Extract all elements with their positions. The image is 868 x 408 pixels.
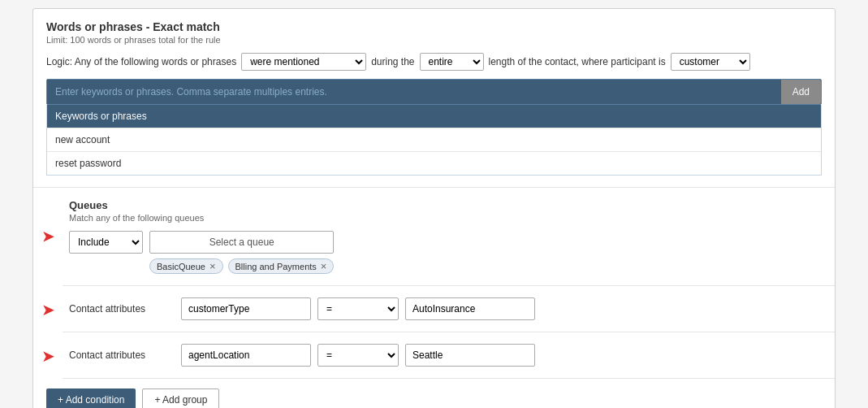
logic-dropdown-mentioned[interactable]: were mentioned were not mentioned xyxy=(241,53,366,71)
contact-attributes-section-1: Contact attributes = != > < xyxy=(63,286,835,332)
logic-dropdown-duration[interactable]: entire first last xyxy=(420,53,484,71)
queue-tag-remove-2[interactable]: × xyxy=(321,261,327,271)
keyword-input-row: Add xyxy=(46,79,822,105)
keyword-row-1: new account xyxy=(47,128,821,151)
contact-attr-name-input-2[interactable] xyxy=(181,344,311,367)
contact-attr-label-2: Contact attributes xyxy=(69,349,175,361)
keyword-text-1: new account xyxy=(55,134,110,145)
keywords-table: Keywords or phrases new account reset pa… xyxy=(46,105,822,176)
keyword-text-2: reset password xyxy=(55,158,121,169)
bottom-bar: + Add condition + Add group xyxy=(33,379,835,408)
add-keyword-button[interactable]: Add xyxy=(781,80,821,104)
keyword-input[interactable] xyxy=(47,80,781,104)
queue-tag-remove-1[interactable]: × xyxy=(209,261,216,271)
contact-attr-label-1: Contact attributes xyxy=(69,303,175,315)
contact-attr-op-select-2[interactable]: = != > < xyxy=(317,344,399,367)
contact-attr2-arrow-indicator: ➤ xyxy=(41,346,55,366)
contact-attr-row-1: Contact attributes = != > < xyxy=(69,297,822,320)
contact-attr1-arrow-indicator: ➤ xyxy=(41,300,55,319)
add-condition-button[interactable]: + Add condition xyxy=(46,388,136,408)
logic-dropdown-participant[interactable]: customer agent either xyxy=(671,53,750,71)
queue-tag-label-1: BasicQueue xyxy=(157,262,205,271)
contact-attr-value-input-2[interactable] xyxy=(405,344,535,367)
queues-section-subtitle: Match any of the following queues xyxy=(69,213,822,223)
contact-attributes-section-2: Contact attributes = != > < xyxy=(63,332,835,379)
queues-section-title: Queues xyxy=(69,199,822,211)
contact-attr-op-select-1[interactable]: = != > < xyxy=(317,297,399,320)
queues-arrow-indicator: ➤ xyxy=(41,228,55,247)
queues-right: Select a queue BasicQueue × Blling and P… xyxy=(149,231,334,274)
logic-row: Logic: Any of the following words or phr… xyxy=(46,53,822,71)
queues-include-select[interactable]: Include Exclude xyxy=(69,231,143,254)
queues-section: Queues Match any of the following queues… xyxy=(63,188,835,286)
queue-tag-basicqueue: BasicQueue × xyxy=(149,258,223,274)
select-queue-button[interactable]: Select a queue xyxy=(149,231,334,254)
words-phrases-section: Words or phrases - Exact match Limit: 10… xyxy=(33,9,835,188)
queue-tag-billing: Blling and Payments × xyxy=(228,258,335,274)
queues-row: Include Exclude Select a queue BasicQueu… xyxy=(69,231,822,274)
keywords-table-header: Keywords or phrases xyxy=(47,105,821,128)
queue-tag-label-2: Blling and Payments xyxy=(235,262,317,271)
words-section-title: Words or phrases - Exact match xyxy=(46,20,822,33)
add-group-button[interactable]: + Add group xyxy=(142,388,219,408)
logic-mid-text: during the xyxy=(371,56,414,67)
contact-attr-value-input-1[interactable] xyxy=(405,297,535,320)
contact-attr-name-input-1[interactable] xyxy=(181,297,311,320)
logic-prefix-text: Logic: Any of the following words or phr… xyxy=(46,56,236,67)
words-section-subtitle: Limit: 100 words or phrases total for th… xyxy=(46,35,822,45)
logic-suffix-text: length of the contact, where participant… xyxy=(489,56,666,67)
contact-attr-row-2: Contact attributes = != > < xyxy=(69,344,822,367)
queue-tags: BasicQueue × Blling and Payments × xyxy=(149,258,334,274)
keyword-row-2: reset password xyxy=(47,151,821,175)
